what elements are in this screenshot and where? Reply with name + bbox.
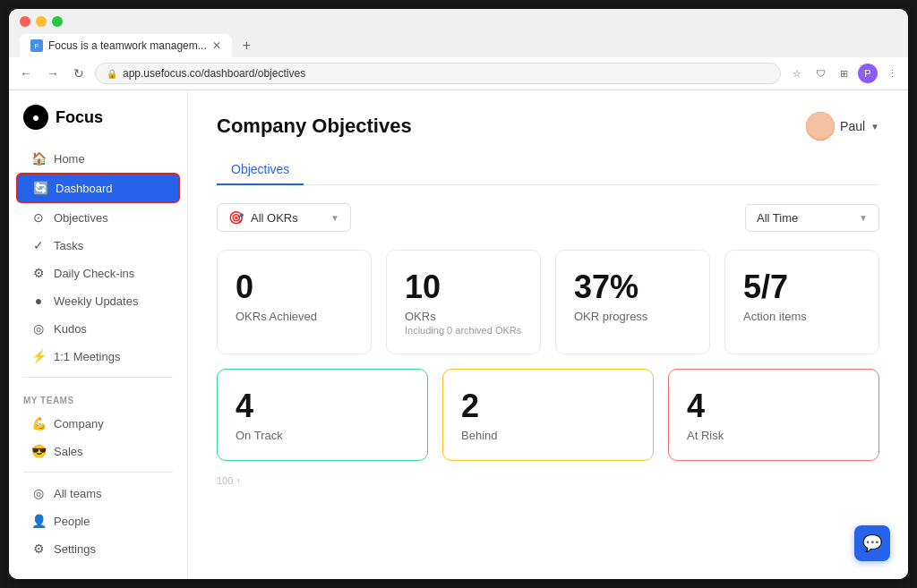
status-card-on-track: 4 On Track xyxy=(217,369,428,461)
address-bar[interactable]: 🔒 app.usefocus.co/dashboard/objectives xyxy=(95,63,781,84)
browser-tabs-row: F Focus is a teamwork managem... ✕ + xyxy=(20,34,897,57)
sidebar-label-objectives: Objectives xyxy=(54,211,108,225)
my-teams-label: MY TEAMS xyxy=(9,385,187,409)
stat-sublabel-okrs-total: Including 0 archived OKRs xyxy=(405,325,522,336)
back-button[interactable]: ← xyxy=(16,64,36,82)
sidebar-label-meetings: 1:1 Meetings xyxy=(54,350,120,363)
avatar xyxy=(806,112,835,141)
filter-time-label: All Time xyxy=(757,211,798,225)
sidebar-item-people[interactable]: 👤 People xyxy=(16,507,180,534)
profile-icon[interactable]: P xyxy=(858,64,878,83)
stat-label-action-items: Action items xyxy=(743,310,861,323)
stat-value-action-items: 5/7 xyxy=(743,268,861,306)
status-card-at-risk: 4 At Risk xyxy=(668,369,879,461)
shield-icon[interactable]: 🛡 xyxy=(811,64,829,82)
tab-favicon: F xyxy=(30,39,43,52)
page-bottom: 100 ↑ xyxy=(217,475,879,486)
sidebar-label-home: Home xyxy=(54,152,85,166)
sidebar-item-home[interactable]: 🏠 Home xyxy=(16,145,180,172)
sidebar-item-objectives[interactable]: ⊙ Objectives xyxy=(16,204,180,231)
filter-okr-label: All OKRs xyxy=(251,211,298,225)
sidebar-item-sales[interactable]: 😎 Sales xyxy=(16,438,180,464)
filter-okr-select[interactable]: 🎯 All OKRs ▼ xyxy=(217,203,351,232)
avatar-face xyxy=(806,112,835,141)
minimize-traffic-light[interactable] xyxy=(36,16,47,27)
sidebar-label-daily-checkins: Daily Check-ins xyxy=(54,267,134,280)
sidebar-divider-2 xyxy=(23,472,173,473)
sidebar-label-settings: Settings xyxy=(54,542,96,556)
meetings-icon: ⚡ xyxy=(30,349,47,363)
status-value-at-risk: 4 xyxy=(687,388,861,425)
chat-icon: 💬 xyxy=(862,533,882,553)
filters-row: 🎯 All OKRs ▼ All Time ▼ xyxy=(217,203,879,232)
status-grid: 4 On Track 2 Behind 4 At Risk xyxy=(217,369,879,461)
sidebar: ● Focus 🏠 Home 🔄 Dashboard ⊙ Objectives … xyxy=(9,90,188,579)
sales-icon: 😎 xyxy=(30,444,47,458)
sidebar-item-company[interactable]: 💪 Company xyxy=(16,410,180,437)
maximize-traffic-light[interactable] xyxy=(52,16,63,27)
sidebar-item-kudos[interactable]: ◎ Kudos xyxy=(16,315,180,342)
sidebar-divider xyxy=(23,377,173,378)
filter-okr-chevron: ▼ xyxy=(330,213,339,223)
url-text: app.usefocus.co/dashboard/objectives xyxy=(123,67,305,80)
bookmark-icon[interactable]: ☆ xyxy=(788,64,806,82)
filter-time-chevron: ▼ xyxy=(859,213,868,223)
tasks-icon: ✓ xyxy=(30,238,47,252)
user-avatar-button[interactable]: Paul ▼ xyxy=(806,112,879,141)
sidebar-label-people: People xyxy=(54,515,90,528)
stat-card-okrs-achieved: 0 OKRs Achieved xyxy=(217,250,372,354)
status-label-at-risk: At Risk xyxy=(687,429,861,442)
stat-value-okrs-total: 10 xyxy=(405,268,522,306)
menu-icon[interactable]: ⋮ xyxy=(883,64,901,82)
page-title: Company Objectives xyxy=(217,115,412,138)
page-header: Company Objectives Paul ▼ xyxy=(217,112,879,141)
browser-actions: ☆ 🛡 ⊞ P ⋮ xyxy=(788,64,901,83)
stat-value-okrs-achieved: 0 xyxy=(236,268,353,306)
traffic-lights xyxy=(20,16,897,27)
kudos-icon: ◎ xyxy=(30,321,47,336)
sidebar-item-all-teams[interactable]: ◎ All teams xyxy=(16,480,180,507)
okr-filter-icon: 🎯 xyxy=(228,210,244,225)
sidebar-label-company: Company xyxy=(54,417,104,430)
sidebar-item-tasks[interactable]: ✓ Tasks xyxy=(16,232,180,259)
tab-close-button[interactable]: ✕ xyxy=(212,39,221,52)
logo-icon: ● xyxy=(23,105,48,130)
sidebar-item-weekly-updates[interactable]: ● Weekly Updates xyxy=(16,287,180,314)
stat-value-okr-progress: 37% xyxy=(574,268,691,306)
stat-label-okr-progress: OKR progress xyxy=(574,310,691,323)
weekly-icon: ● xyxy=(30,294,47,308)
browser-tab-active[interactable]: F Focus is a teamwork managem... ✕ xyxy=(20,34,232,57)
browser-window: F Focus is a teamwork managem... ✕ + ← →… xyxy=(9,9,908,579)
main-content: Company Objectives Paul ▼ Objectives 🎯 A… xyxy=(188,90,908,579)
page-tabs: Objectives xyxy=(217,155,879,185)
stat-label-okrs-achieved: OKRs Achieved xyxy=(236,310,353,323)
stat-card-okrs-total: 10 OKRs Including 0 archived OKRs xyxy=(386,250,541,354)
sidebar-item-dashboard[interactable]: 🔄 Dashboard xyxy=(16,173,180,203)
sidebar-label-weekly-updates: Weekly Updates xyxy=(54,294,138,308)
status-label-on-track: On Track xyxy=(236,429,409,442)
forward-button[interactable]: → xyxy=(43,64,63,82)
stat-card-action-items: 5/7 Action items xyxy=(724,250,879,354)
dashboard-icon: 🔄 xyxy=(32,181,48,195)
stat-label-okrs-total: OKRs xyxy=(405,310,522,323)
refresh-button[interactable]: ↻ xyxy=(70,64,88,82)
app-container: ● Focus 🏠 Home 🔄 Dashboard ⊙ Objectives … xyxy=(9,90,908,579)
chat-fab-button[interactable]: 💬 xyxy=(854,525,890,561)
sidebar-label-dashboard: Dashboard xyxy=(56,182,113,195)
tab-objectives[interactable]: Objectives xyxy=(217,155,304,185)
sidebar-item-meetings[interactable]: ⚡ 1:1 Meetings xyxy=(16,343,180,370)
sidebar-logo: ● Focus xyxy=(9,105,187,144)
sidebar-item-daily-checkins[interactable]: ⚙ Daily Check-ins xyxy=(16,260,180,286)
filter-time-select[interactable]: All Time ▼ xyxy=(745,204,879,232)
sidebar-label-sales: Sales xyxy=(54,445,83,458)
home-icon: 🏠 xyxy=(30,151,47,166)
stats-grid: 0 OKRs Achieved 10 OKRs Including 0 arch… xyxy=(217,250,879,354)
company-icon: 💪 xyxy=(30,416,47,430)
tab-title: Focus is a teamwork managem... xyxy=(48,39,207,52)
close-traffic-light[interactable] xyxy=(20,16,30,27)
new-tab-button[interactable]: + xyxy=(236,34,258,57)
settings-icon: ⚙ xyxy=(30,541,47,556)
extensions-icon[interactable]: ⊞ xyxy=(835,64,853,82)
all-teams-icon: ◎ xyxy=(30,486,47,500)
sidebar-item-settings[interactable]: ⚙ Settings xyxy=(16,535,180,562)
